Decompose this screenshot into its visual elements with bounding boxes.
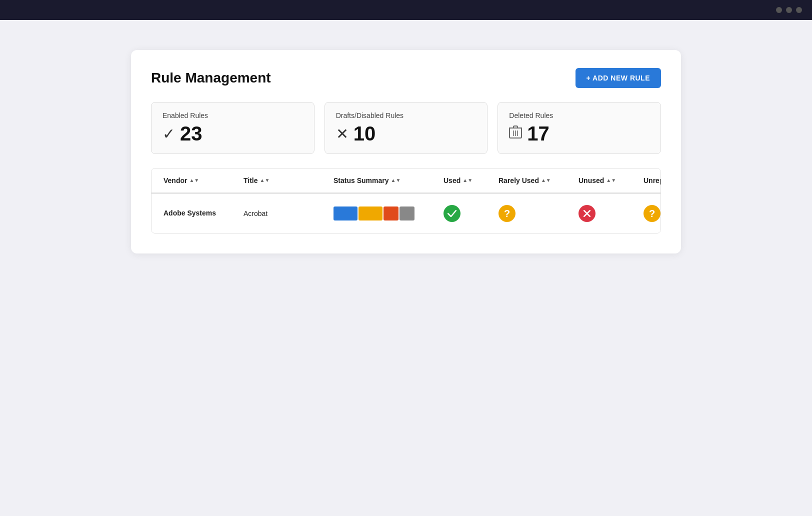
sort-icon-unused: ▲▼	[606, 178, 616, 183]
titlebar-dot-2	[786, 7, 792, 13]
rarely-used-status-icon: ?	[498, 205, 516, 222]
page-title: Rule Management	[151, 70, 271, 86]
col-vendor[interactable]: Vendor ▲▼	[160, 168, 240, 192]
stat-card-drafts: Drafts/Disabled Rules ✕ 10	[324, 102, 488, 154]
stat-value-enabled: ✓ 23	[162, 124, 303, 144]
stat-label-deleted: Deleted Rules	[509, 112, 650, 120]
cell-unreported: ?	[640, 194, 661, 233]
cell-unused	[574, 194, 640, 233]
cell-used	[440, 194, 494, 233]
stat-number-drafts: 10	[354, 124, 376, 144]
sort-icon-status: ▲▼	[390, 178, 400, 183]
sort-icon-rarely-used: ▲▼	[541, 178, 551, 183]
cell-rarely-used: ?	[494, 194, 574, 233]
stat-card-deleted: Deleted Rules 17	[498, 102, 661, 154]
stats-row: Enabled Rules ✓ 23 Drafts/Disabled Rules…	[151, 102, 661, 154]
stat-number-enabled: 23	[180, 124, 202, 144]
stat-value-drafts: ✕ 10	[336, 124, 476, 144]
rule-management-card: Rule Management + ADD NEW RULE Enabled R…	[131, 50, 681, 254]
stat-label-drafts: Drafts/Disabled Rules	[336, 112, 476, 120]
cell-status-bar	[330, 196, 440, 232]
col-used[interactable]: Used ▲▼	[440, 168, 494, 192]
table-header: Vendor ▲▼ Title ▲▼ Status Summary ▲▼ Use…	[152, 168, 660, 194]
bar-seg-orange	[384, 206, 398, 220]
main-wrapper: Rule Management + ADD NEW RULE Enabled R…	[0, 20, 812, 516]
stat-label-enabled: Enabled Rules	[162, 112, 303, 120]
table-body: Adobe Systems Acrobat	[152, 194, 660, 233]
sort-icon-title: ▲▼	[260, 178, 270, 183]
unused-status-icon	[578, 205, 596, 222]
card-header: Rule Management + ADD NEW RULE	[151, 68, 661, 88]
add-new-rule-button[interactable]: + ADD NEW RULE	[576, 68, 661, 88]
table-row: Adobe Systems Acrobat	[152, 194, 660, 233]
col-unused[interactable]: Unused ▲▼	[574, 168, 640, 192]
rules-table: Vendor ▲▼ Title ▲▼ Status Summary ▲▼ Use…	[151, 168, 661, 234]
cell-vendor: Adobe Systems	[160, 198, 240, 230]
status-bar	[334, 206, 436, 220]
bar-seg-yellow	[358, 206, 382, 220]
cell-title: Acrobat	[240, 198, 330, 228]
col-unreported[interactable]: Unreported ▲▼	[640, 168, 661, 192]
stat-number-deleted: 17	[527, 124, 550, 144]
titlebar-dot-3	[796, 7, 802, 13]
checkmark-icon: ✓	[162, 125, 175, 142]
col-rarely-used[interactable]: Rarely Used ▲▼	[494, 168, 574, 192]
cross-icon: ✕	[336, 125, 348, 142]
stat-value-deleted: 17	[509, 124, 650, 144]
trash-icon	[509, 125, 522, 142]
sort-icon-vendor: ▲▼	[189, 178, 199, 183]
bar-seg-blue	[334, 206, 358, 220]
sort-icon-used: ▲▼	[462, 178, 472, 183]
stat-card-enabled: Enabled Rules ✓ 23	[151, 102, 314, 154]
col-status-summary[interactable]: Status Summary ▲▼	[330, 168, 440, 192]
bar-seg-gray	[400, 206, 414, 220]
unreported-status-icon: ?	[644, 205, 660, 222]
titlebar	[0, 0, 812, 20]
col-title[interactable]: Title ▲▼	[240, 168, 330, 192]
titlebar-dot-1	[776, 7, 782, 13]
used-status-icon	[444, 205, 460, 222]
